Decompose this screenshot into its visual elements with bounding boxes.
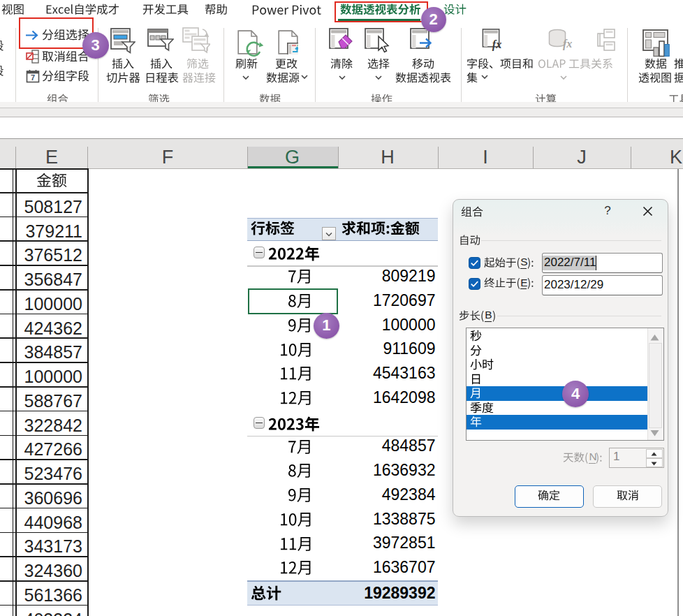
svg-text:7: 7	[31, 73, 35, 82]
svg-text:fx: fx	[492, 38, 501, 51]
svg-text:fx: fx	[563, 38, 572, 50]
